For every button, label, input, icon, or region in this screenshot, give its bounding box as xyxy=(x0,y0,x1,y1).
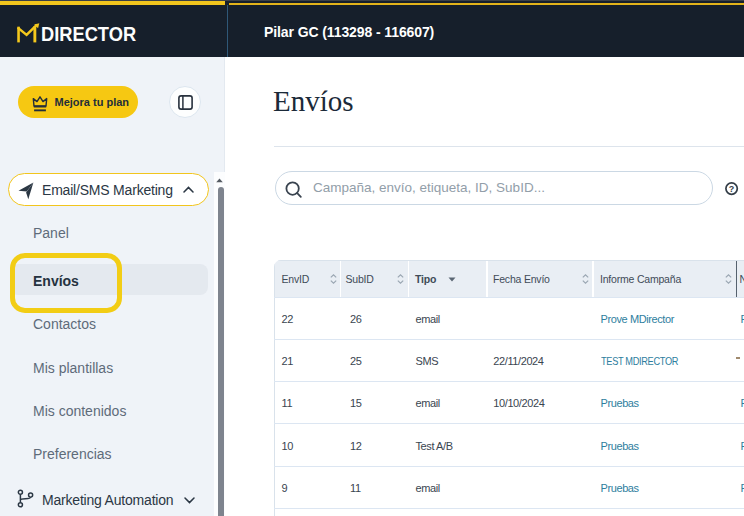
svg-text:?: ? xyxy=(728,183,734,193)
